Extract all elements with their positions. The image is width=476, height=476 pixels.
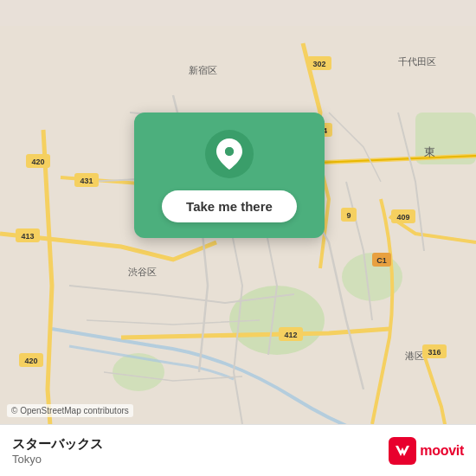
svg-rect-0 (0, 26, 476, 450)
svg-text:新宿区: 新宿区 (189, 65, 217, 75)
place-name: スターバックス (12, 436, 103, 453)
svg-text:409: 409 (396, 213, 409, 222)
bottom-bar: スターバックス Tokyo moovit (0, 424, 476, 476)
moovit-logo[interactable]: moovit (389, 437, 464, 465)
svg-text:C1: C1 (376, 256, 387, 265)
place-info: スターバックス Tokyo (12, 436, 103, 466)
action-card: Take me there (134, 113, 325, 238)
moovit-icon (389, 437, 416, 465)
svg-text:渋谷区: 渋谷区 (128, 267, 157, 277)
place-city: Tokyo (12, 453, 103, 466)
location-pin-icon (216, 138, 242, 170)
svg-text:千代田区: 千代田区 (398, 56, 436, 67)
svg-text:420: 420 (24, 357, 37, 365)
svg-text:東: 東 (424, 145, 435, 158)
svg-text:413: 413 (21, 232, 34, 241)
svg-text:412: 412 (284, 331, 297, 339)
moovit-text: moovit (420, 443, 464, 459)
location-icon-wrap (205, 130, 254, 178)
take-me-there-button[interactable]: Take me there (162, 190, 297, 222)
map-container: 渋谷区 新宿区 千代田区 東 港区 302 420 431 413 14 20 … (0, 0, 476, 476)
svg-text:316: 316 (428, 348, 441, 357)
osm-attribution: © OpenStreetMap contributors (7, 404, 133, 417)
svg-text:431: 431 (80, 177, 93, 185)
svg-text:9: 9 (346, 211, 351, 220)
svg-text:302: 302 (312, 60, 325, 68)
svg-text:港区: 港区 (405, 351, 424, 361)
svg-text:420: 420 (31, 158, 44, 166)
svg-point-34 (225, 147, 234, 156)
